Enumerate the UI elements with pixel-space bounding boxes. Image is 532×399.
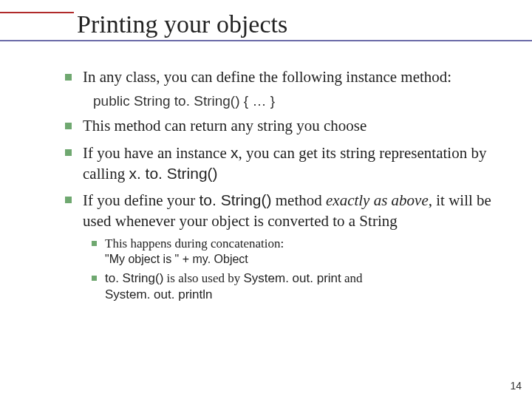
sub-bullet-2: to. String() is also used by System. out… <box>92 270 497 303</box>
code-tostring: to. String() <box>199 191 271 208</box>
code-signature: public String to. String() { … } <box>93 93 275 109</box>
bullet-3-pre: If you have an instance <box>83 144 231 162</box>
bullet-1-code: public String to. String() { … } <box>93 92 497 111</box>
bullet-4-mid: method <box>271 191 326 209</box>
code-sysprintln: System. out. println <box>105 287 213 301</box>
bullet-3: If you have an instance x, you can get i… <box>65 143 497 185</box>
bullet-1: In any class, you can define the followi… <box>65 67 497 87</box>
bullet-icon <box>65 74 72 81</box>
bullet-4-pre: If you define your <box>83 191 199 209</box>
sub-2-and: and <box>341 271 363 285</box>
code-sysprint: System. out. print <box>244 271 341 285</box>
bullet-icon <box>92 241 97 246</box>
page-number: 14 <box>510 380 522 392</box>
bullet-4: If you define your to. String() method e… <box>65 190 497 231</box>
code-tostring2: to. String() <box>105 271 163 285</box>
slide-body: In any class, you can define the followi… <box>0 45 532 303</box>
bullet-icon <box>65 149 72 156</box>
title-bar: Printing your objects <box>0 0 532 45</box>
sub-bullet-1: This happens during concatenation: "My o… <box>92 236 497 267</box>
bullet-2-text: This method can return any string you ch… <box>83 117 366 134</box>
title-accent <box>0 12 74 41</box>
bullet-2: This method can return any string you ch… <box>65 116 497 136</box>
sub-1-text: This happens during concatenation: <box>105 236 284 250</box>
sub-2-mid: is also used by <box>163 271 243 285</box>
bullet-icon <box>65 197 72 203</box>
bullet-icon <box>65 123 72 129</box>
code-x: x <box>231 144 239 161</box>
slide-title: Printing your objects <box>77 10 532 38</box>
bullet-1-text: In any class, you can define the followi… <box>83 68 451 86</box>
sub-1-code: "My object is " + my. Object <box>105 252 497 267</box>
bullet-4-ital: exactly as above, <box>326 191 432 209</box>
bullet-icon <box>92 276 97 281</box>
code-xtostring: x. to. String() <box>129 165 217 182</box>
